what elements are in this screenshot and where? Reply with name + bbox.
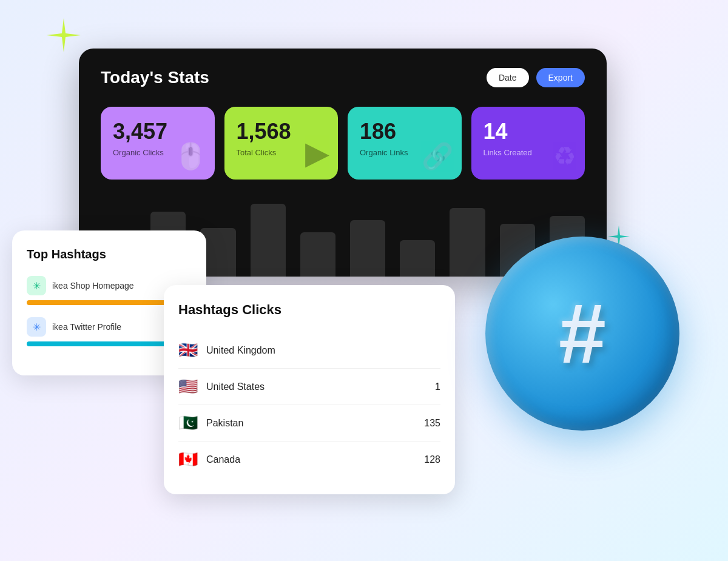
stat-number-organic-clicks: 3,457 (113, 119, 203, 144)
stats-header: Today's Stats Date Export (101, 68, 585, 87)
hashtag-symbol: # (559, 291, 606, 376)
header-buttons: Date Export (487, 68, 585, 87)
country-count-ca: 128 (424, 454, 440, 465)
total-clicks-icon: ▶ (305, 135, 329, 171)
stat-card-organic-clicks: 3,457 Organic Clicks 🖱️ (101, 107, 215, 180)
organic-clicks-icon: 🖱️ (175, 141, 206, 171)
country-row-us: 🇺🇸 United States 1 (178, 369, 440, 405)
stats-title: Today's Stats (101, 68, 209, 87)
stat-card-total-clicks: 1,568 Total Clicks ▶ (224, 107, 339, 180)
chart-bar-6 (400, 240, 435, 277)
stat-number-links-created: 14 (484, 119, 573, 144)
stat-cards-row: 3,457 Organic Clicks 🖱️ 1,568 Total Clic… (101, 107, 585, 180)
sparkle-icon-green (46, 17, 82, 56)
hashtag-name-0: ikea Shop Homepage (52, 281, 134, 291)
country-row-pk: 🇵🇰 Pakistan 135 (178, 405, 440, 442)
clicks-card: Hashtags Clicks 🇬🇧 United Kingdom 🇺🇸 Uni… (164, 285, 455, 494)
stat-label-organic-links: Organic Links (360, 148, 408, 157)
organic-links-icon: 🔗 (422, 141, 453, 171)
hashtag-icon-1: ✳ (27, 317, 46, 337)
chart-bar-7 (450, 208, 485, 277)
flag-ca: 🇨🇦 (178, 450, 198, 469)
stat-label-links-created: Links Created (484, 148, 532, 157)
scene: Today's Stats Date Export 3,457 Organic … (0, 0, 728, 561)
country-count-us: 1 (435, 381, 440, 392)
links-created-icon: ♻ (553, 141, 576, 171)
stat-label-total-clicks: Total Clicks (237, 148, 277, 157)
chart-bar-5 (350, 220, 385, 277)
country-row-ca: 🇨🇦 Canada 128 (178, 442, 440, 477)
country-left-pk: 🇵🇰 Pakistan (178, 414, 243, 432)
country-count-pk: 135 (424, 418, 440, 429)
flag-uk: 🇬🇧 (178, 341, 198, 360)
hashtag-sphere: # (485, 237, 679, 431)
country-name-uk: United Kingdom (206, 345, 275, 356)
hashtag-icon-symbol-1: ✳ (33, 321, 41, 333)
country-name-ca: Canada (206, 454, 240, 465)
stat-number-organic-links: 186 (360, 119, 450, 144)
flag-us: 🇺🇸 (178, 377, 198, 396)
country-name-us: United States (206, 381, 265, 392)
stat-card-organic-links: 186 Organic Links 🔗 (348, 107, 462, 180)
hashtag-icon-0: ✳ (27, 276, 46, 295)
country-left-ca: 🇨🇦 Canada (178, 450, 240, 469)
chart-bar-4 (300, 232, 335, 277)
hashtag-name-1: ikea Twitter Profile (52, 322, 121, 332)
hashtags-title: Top Hashtags (27, 247, 192, 261)
country-name-pk: Pakistan (206, 418, 243, 429)
export-button[interactable]: Export (536, 68, 585, 87)
stat-label-organic-clicks: Organic Clicks (113, 148, 164, 157)
flag-pk: 🇵🇰 (178, 414, 198, 432)
country-left-us: 🇺🇸 United States (178, 377, 265, 396)
date-button[interactable]: Date (487, 68, 529, 87)
country-left-uk: 🇬🇧 United Kingdom (178, 341, 275, 360)
clicks-title: Hashtags Clicks (178, 302, 440, 318)
country-row-uk: 🇬🇧 United Kingdom (178, 332, 440, 369)
chart-bar-3 (251, 204, 286, 277)
hashtag-icon-symbol-0: ✳ (33, 280, 41, 292)
stat-card-links-created: 14 Links Created ♻ (471, 107, 585, 180)
